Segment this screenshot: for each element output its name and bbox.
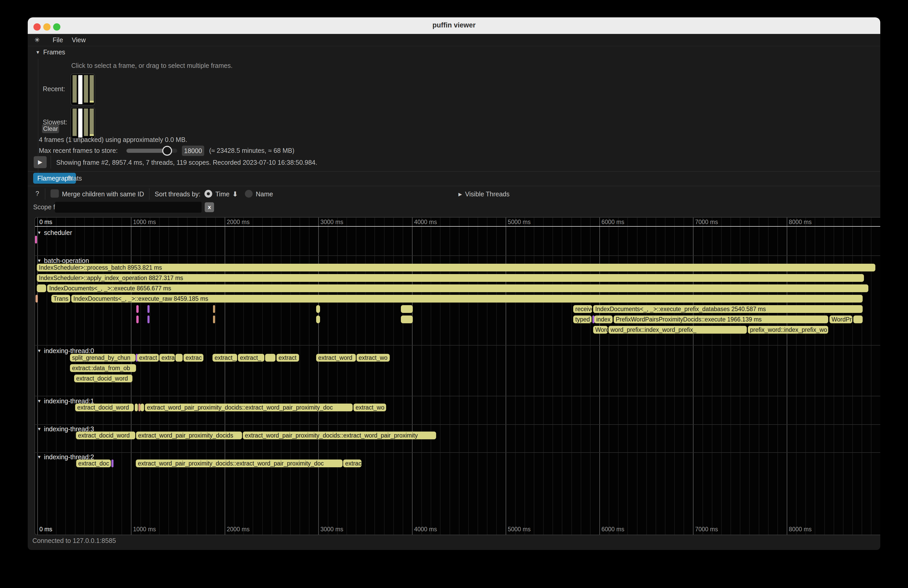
flamegraph-scope-bar[interactable]: extract_wo [353,403,386,411]
timeline-header-line [35,226,880,227]
frame-duration-bar[interactable] [84,75,88,103]
flamegraph-scope-bar[interactable]: extract_wo [357,354,390,361]
flamegraph-scope-marker[interactable] [140,403,144,411]
scope-filter-clear-button[interactable]: x [205,202,214,212]
flamegraph-scope-bar[interactable]: Trans [51,295,70,302]
flamegraph-scope-bar[interactable]: extract_word_pair_proximity_docids [136,432,242,439]
clear-button[interactable]: Clear [42,124,59,133]
flamegraph-scope-marker[interactable] [316,305,320,313]
max-frames-value[interactable]: 18000 [182,146,204,156]
flamegraph-scope-bar[interactable]: extract_ [238,354,264,361]
flamegraph-scope-bar[interactable]: WordPr [829,315,852,323]
flamegraph-scope-bar[interactable]: receive_typed_ [573,305,592,313]
collapse-triangle-icon: ▼ [37,455,42,459]
flamegraph-scope-bar[interactable]: word_prefix::index_word_prefix_ [609,326,747,334]
frame-duration-bar[interactable] [72,109,77,136]
flamegraph-scope-bar[interactable]: extrac [343,459,362,467]
flamegraph-scope-marker[interactable] [401,315,413,323]
flamegraph-scope-marker[interactable] [316,315,320,323]
time-tick-label: 6000 ms [601,526,624,533]
flamegraph-scope-marker[interactable] [213,315,215,323]
flamegraph-scope-marker[interactable] [401,305,413,313]
flamegraph-scope-bar[interactable]: extract [277,354,299,361]
flamegraph-scope-marker[interactable] [35,295,38,302]
flamegraph-panel: 0 ms0 ms1000 ms1000 ms2000 ms2000 ms3000… [34,217,880,535]
frame-duration-bar[interactable] [78,75,82,104]
flamegraph-scope-marker[interactable] [853,315,863,323]
max-frames-slider-knob[interactable] [162,146,172,156]
connection-status: Connected to 127.0.0.1:8585 [32,537,116,545]
flamegraph-scope-bar[interactable]: IndexDocuments<_, _>::execute 8656.677 m… [47,284,868,292]
flamegraph-scope-bar[interactable]: extract_word [316,354,356,361]
sort-name-label[interactable]: Name [256,190,273,198]
flamegraph-scope-bar[interactable]: IndexScheduler>::apply_index_operation 8… [37,274,864,282]
flamegraph-scope-marker[interactable] [265,354,275,361]
section-separator [35,255,880,256]
flamegraph-scope-bar[interactable]: extract::data_from_ob [70,364,136,372]
frame-duration-bar[interactable] [90,109,94,136]
time-tick-label: 0 ms [39,218,52,226]
flamegraph-scope-marker[interactable] [138,403,140,411]
recent-frames-thumbnail[interactable] [71,74,95,105]
thread-header[interactable]: ▼scheduler [37,229,72,236]
flamegraph-scope-bar[interactable]: PrefixWordPairsProximityDocids::execute … [613,315,828,323]
frame-duration-bar[interactable] [72,75,77,103]
flamegraph-scope-marker[interactable] [213,305,215,313]
flamegraph-scope-bar[interactable]: extract_word_pair_proximity_docids::extr… [243,432,436,439]
flamegraph-scope-bar[interactable]: IndexScheduler>::process_batch 8953.821 … [37,264,875,272]
time-tick-label: 2000 ms [227,218,250,226]
sort-direction-arrow-icon[interactable]: ⬇ [232,190,238,198]
sort-threads-label: Sort threads by: [155,190,200,198]
sort-name-radio[interactable] [245,190,253,198]
flamegraph-scope-marker[interactable] [136,305,138,313]
play-button[interactable]: ▶ [34,156,47,168]
flamegraph-scope-bar[interactable]: extract_ [213,354,237,361]
thread-header[interactable]: ▼batch-operation [37,257,89,265]
frames-hint: Click to select a frame, or drag to sele… [71,62,232,69]
theme-toggle-icon[interactable]: ✳ [34,36,40,44]
scope-filter-input[interactable] [55,202,201,213]
collapse-triangle-icon: ▼ [37,258,42,263]
help-button[interactable]: ? [35,190,39,198]
flamegraph-scope-bar[interactable]: prefix_word::index_prefix_wo [748,326,828,334]
flamegraph-scope-bar[interactable]: extract_doc [76,459,111,467]
flamegraph-scope-bar[interactable]: extrac [184,354,203,361]
frames-section-header[interactable]: ▼Frames [35,48,65,56]
flamegraph-scope-bar[interactable]: extract_docid_word [75,403,134,411]
frame-duration-bar[interactable] [84,109,88,136]
flamegraph-scope-marker[interactable] [136,315,138,323]
tab-stats[interactable]: Stats [64,173,84,184]
flamegraph-scope-bar[interactable]: extract_docid_word [76,432,135,439]
flamegraph-scope-bar[interactable]: extra [159,354,175,361]
thread-name: batch-operation [44,257,89,264]
flamegraph-scope-bar[interactable]: extract_word_pair_proximity_docids::extr… [136,459,343,467]
flamegraph-scope-bar[interactable]: index [594,315,613,323]
sort-time-label[interactable]: Time [215,190,230,198]
slowest-frames-thumbnail[interactable] [71,107,95,139]
flamegraph-scope-bar[interactable]: typed_chunk::w [573,315,592,323]
section-separator [35,452,880,453]
menu-view[interactable]: View [72,36,86,44]
thread-header[interactable]: ▼indexing-thread:0 [37,347,94,355]
frame-duration-bar[interactable] [78,109,82,138]
flamegraph-scope-marker[interactable] [37,284,46,292]
flamegraph-scope-marker[interactable] [175,354,183,361]
flamegraph-scope-bar[interactable]: extract_docid_word [74,374,132,382]
sort-time-radio[interactable] [204,190,212,198]
flamegraph-scope-marker[interactable] [135,403,138,411]
flamegraph-scope-bar[interactable]: split_grenad_by_chun [70,354,135,361]
flamegraph-scope-marker[interactable] [111,459,114,467]
flamegraph-canvas[interactable]: 0 ms0 ms1000 ms1000 ms2000 ms2000 ms3000… [35,218,880,535]
flamegraph-scope-bar[interactable]: IndexDocuments<_, _>::execute_raw 8459.1… [71,295,863,302]
flamegraph-scope-marker[interactable] [147,315,150,323]
frame-duration-bar[interactable] [90,75,94,103]
flamegraph-scope-bar[interactable]: Word [593,326,608,334]
flamegraph-scope-marker[interactable] [147,305,150,313]
merge-children-checkbox[interactable] [50,190,59,198]
flamegraph-scope-bar[interactable]: extract [137,354,159,361]
flamegraph-scope-marker[interactable] [35,236,37,244]
menu-file[interactable]: File [53,36,63,44]
flamegraph-scope-bar[interactable]: extract_word_pair_proximity_docids::extr… [145,403,353,411]
visible-threads-header[interactable]: ▶Visible Threads [459,190,509,198]
flamegraph-scope-bar[interactable]: IndexDocuments<_, _>::execute_prefix_dat… [593,305,863,313]
